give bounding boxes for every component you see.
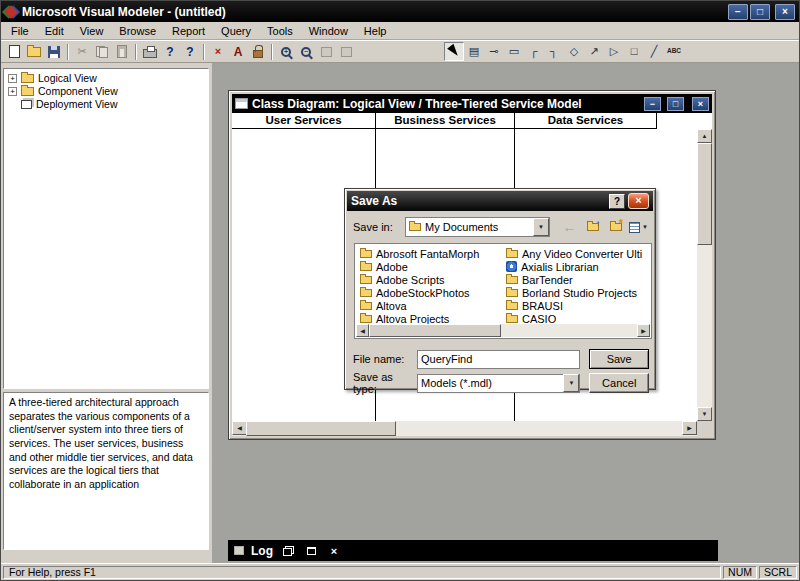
font-button[interactable]: A — [228, 42, 248, 61]
package-tool-button[interactable]: □ — [624, 42, 644, 61]
tree-item-component-view[interactable]: + Component View — [8, 85, 206, 97]
dialog-titlebar[interactable]: Save As ? × — [347, 191, 653, 211]
folder-item[interactable]: BarTender — [506, 273, 642, 286]
titlebar[interactable]: Microsoft Visual Modeler - (untitled) − … — [1, 1, 799, 22]
menu-browse[interactable]: Browse — [111, 23, 164, 39]
maximize-button[interactable]: □ — [750, 4, 770, 20]
log-maximize-button[interactable] — [303, 544, 319, 558]
save-as-type-combobox[interactable]: Models (*.mdl) ▼ — [417, 374, 580, 393]
view-menu-button[interactable]: ▼ — [628, 218, 649, 237]
vertical-scroll-thumb[interactable] — [697, 143, 712, 245]
copy-button[interactable] — [92, 42, 112, 61]
menu-query[interactable]: Query — [213, 23, 259, 39]
horizontal-scroll-thumb[interactable] — [246, 421, 396, 436]
window-title: Microsoft Visual Modeler - (untitled) — [22, 5, 721, 19]
scroll-down-button[interactable]: ▼ — [697, 407, 712, 421]
association-directed-tool-button[interactable]: ┐ — [544, 42, 564, 61]
association-tool-button[interactable]: ┌ — [524, 42, 544, 61]
toolbar: ✂ ? ? × A + − ▤ ⊸ ▭ ┌ ┐ ◇ ↗ ▷ □ ╱ ABC — [1, 40, 799, 63]
context-help-button[interactable]: ? — [160, 42, 180, 61]
new-folder-button[interactable]: * — [605, 218, 626, 237]
menu-file[interactable]: File — [3, 23, 37, 39]
list-scroll-thumb[interactable] — [369, 324, 501, 337]
menu-tools[interactable]: Tools — [259, 23, 301, 39]
pan-button[interactable] — [336, 42, 356, 61]
text-tool-button[interactable]: ABC — [664, 42, 684, 61]
folder-item[interactable]: Abrosoft FantaMorph — [360, 247, 479, 260]
line-tool-button[interactable]: ╱ — [644, 42, 664, 61]
scroll-left-button[interactable]: ◀ — [232, 421, 247, 435]
diagram-minimize-button[interactable]: − — [644, 97, 661, 111]
expand-icon[interactable]: + — [8, 87, 17, 96]
diagram-close-button[interactable]: × — [692, 97, 709, 111]
tree-item-deployment-view[interactable]: Deployment View — [8, 98, 206, 110]
log-window-titlebar[interactable]: Log × — [228, 540, 718, 561]
fit-window-button[interactable] — [316, 42, 336, 61]
zoom-out-button[interactable]: − — [296, 42, 316, 61]
diagram-window-icon — [235, 98, 248, 109]
help-button[interactable]: ? — [180, 42, 200, 61]
list-horizontal-scrollbar[interactable]: ◀ ▶ — [356, 324, 650, 337]
folder-item[interactable]: Borland Studio Projects — [506, 286, 642, 299]
restore-icon — [283, 546, 294, 556]
scroll-right-button[interactable]: ▶ — [637, 324, 650, 337]
lock-button[interactable] — [248, 42, 268, 61]
folder-item[interactable]: Adobe Scripts — [360, 273, 479, 286]
folder-item[interactable]: Altova — [360, 299, 479, 312]
menu-edit[interactable]: Edit — [37, 23, 72, 39]
dropdown-button[interactable]: ▼ — [533, 218, 549, 236]
folder-list[interactable]: Abrosoft FantaMorph Adobe Adobe Scripts … — [354, 243, 652, 339]
cancel-button[interactable]: Cancel — [589, 373, 649, 393]
zoom-in-button[interactable]: + — [276, 42, 296, 61]
dialog-close-button[interactable]: × — [628, 193, 649, 209]
aggregation-tool-button[interactable]: ◇ — [564, 42, 584, 61]
dropdown-button[interactable]: ▼ — [563, 374, 579, 392]
toolbar-separator — [135, 44, 137, 60]
generalization-tool-button[interactable]: ▷ — [604, 42, 624, 61]
folder-item[interactable]: Any Video Converter Ulti — [506, 247, 642, 260]
diagram-titlebar[interactable]: Class Diagram: Logical View / Three-Tier… — [232, 94, 712, 113]
diagram-maximize-button[interactable]: □ — [667, 97, 684, 111]
scroll-left-button[interactable]: ◀ — [356, 324, 369, 337]
model-tree-panel[interactable]: + Logical View + Component View Deployme… — [3, 68, 209, 389]
menu-view[interactable]: View — [72, 23, 112, 39]
log-close-button[interactable]: × — [326, 544, 342, 558]
horizontal-scrollbar[interactable]: ◀ ▶ — [232, 421, 697, 436]
folder-item[interactable]: Axialis Librarian — [506, 260, 642, 273]
note-tool-button[interactable]: ▭ — [504, 42, 524, 61]
log-restore-button[interactable] — [280, 544, 296, 558]
menu-report[interactable]: Report — [164, 23, 213, 39]
save-in-combobox[interactable]: My Documents ▼ — [405, 217, 550, 237]
tree-item-logical-view[interactable]: + Logical View — [8, 72, 206, 84]
menu-window[interactable]: Window — [301, 23, 356, 39]
file-name-label: File name: — [353, 353, 417, 365]
up-one-level-button[interactable]: ↑ — [582, 218, 603, 237]
scroll-right-button[interactable]: ▶ — [682, 421, 697, 435]
print-button[interactable] — [140, 42, 160, 61]
folder-item[interactable]: BRAUSI — [506, 299, 642, 312]
menu-help[interactable]: Help — [356, 23, 395, 39]
delete-button[interactable]: × — [208, 42, 228, 61]
class-tool-button[interactable]: ▤ — [464, 42, 484, 61]
minimize-button[interactable]: − — [728, 4, 748, 20]
interface-tool-button[interactable]: ⊸ — [484, 42, 504, 61]
documentation-panel[interactable]: A three-tiered architectural approach se… — [3, 392, 209, 550]
back-button[interactable]: ← — [559, 218, 580, 237]
dialog-help-button[interactable]: ? — [609, 194, 625, 209]
open-button[interactable] — [24, 42, 44, 61]
paste-button[interactable] — [112, 42, 132, 61]
dependency-tool-button[interactable]: ↗ — [584, 42, 604, 61]
cut-button[interactable]: ✂ — [72, 42, 92, 61]
file-name-input[interactable] — [417, 350, 580, 369]
folder-item[interactable]: Adobe — [360, 260, 479, 273]
expand-icon[interactable]: + — [8, 74, 17, 83]
select-tool-button[interactable] — [444, 42, 464, 61]
axialis-app-icon — [506, 261, 517, 272]
save-button[interactable] — [44, 42, 64, 61]
close-button[interactable]: × — [775, 4, 795, 20]
scroll-up-button[interactable]: ▲ — [697, 129, 712, 143]
new-button[interactable] — [4, 42, 24, 61]
folder-item[interactable]: AdobeStockPhotos — [360, 286, 479, 299]
vertical-scrollbar[interactable]: ▲ ▼ — [697, 129, 712, 421]
save-confirm-button[interactable]: Save — [589, 349, 649, 369]
